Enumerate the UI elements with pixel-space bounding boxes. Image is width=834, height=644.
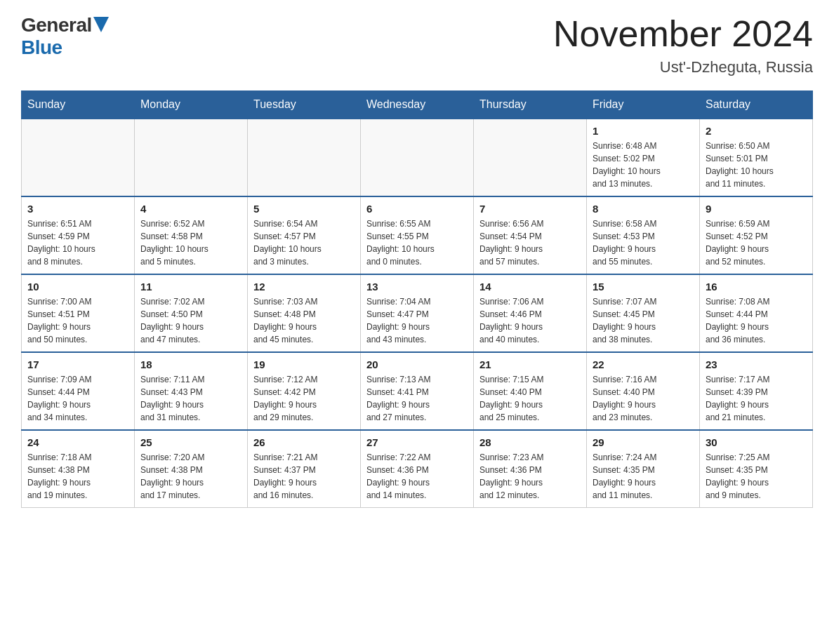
day-number: 27 [366,436,468,448]
day-number: 20 [366,358,468,370]
calendar-cell: 10Sunrise: 7:00 AMSunset: 4:51 PMDayligh… [22,274,135,352]
calendar-cell [248,119,361,196]
day-info: Sunrise: 6:59 AMSunset: 4:52 PMDaylight:… [706,217,807,268]
day-info: Sunrise: 6:54 AMSunset: 4:57 PMDaylight:… [253,217,355,268]
day-number: 25 [140,436,241,448]
day-info: Sunrise: 7:12 AMSunset: 4:42 PMDaylight:… [253,373,355,424]
calendar-cell: 24Sunrise: 7:18 AMSunset: 4:38 PMDayligh… [22,430,135,508]
day-number: 2 [706,125,807,137]
day-info: Sunrise: 7:20 AMSunset: 4:38 PMDaylight:… [140,451,241,502]
calendar-cell [474,119,587,196]
day-number: 16 [706,281,807,293]
day-info: Sunrise: 7:09 AMSunset: 4:44 PMDaylight:… [27,373,128,424]
calendar-cell: 26Sunrise: 7:21 AMSunset: 4:37 PMDayligh… [248,430,361,508]
calendar-cell: 9Sunrise: 6:59 AMSunset: 4:52 PMDaylight… [700,196,813,274]
day-number: 14 [479,281,581,293]
day-number: 19 [253,358,355,370]
day-number: 30 [706,436,807,448]
day-number: 4 [140,203,241,215]
weekday-header-wednesday: Wednesday [361,91,474,119]
calendar-week-row: 3Sunrise: 6:51 AMSunset: 4:59 PMDaylight… [22,196,813,274]
day-info: Sunrise: 7:00 AMSunset: 4:51 PMDaylight:… [27,295,128,346]
day-info: Sunrise: 6:52 AMSunset: 4:58 PMDaylight:… [140,217,241,268]
day-info: Sunrise: 6:55 AMSunset: 4:55 PMDaylight:… [366,217,468,268]
logo-blue-text: Blue [21,36,62,59]
calendar-cell: 15Sunrise: 7:07 AMSunset: 4:45 PMDayligh… [587,274,700,352]
calendar-cell: 13Sunrise: 7:04 AMSunset: 4:47 PMDayligh… [361,274,474,352]
weekday-header-saturday: Saturday [700,91,813,119]
day-number: 29 [593,436,694,448]
calendar-cell: 16Sunrise: 7:08 AMSunset: 4:44 PMDayligh… [700,274,813,352]
calendar-cell: 30Sunrise: 7:25 AMSunset: 4:35 PMDayligh… [700,430,813,508]
page-header: General Blue November 2024 Ust'-Dzheguta… [21,14,813,76]
day-info: Sunrise: 7:17 AMSunset: 4:39 PMDaylight:… [706,373,807,424]
calendar-cell: 22Sunrise: 7:16 AMSunset: 4:40 PMDayligh… [587,352,700,430]
day-info: Sunrise: 6:58 AMSunset: 4:53 PMDaylight:… [593,217,694,268]
day-info: Sunrise: 7:02 AMSunset: 4:50 PMDaylight:… [140,295,241,346]
day-info: Sunrise: 7:11 AMSunset: 4:43 PMDaylight:… [140,373,241,424]
calendar-cell: 19Sunrise: 7:12 AMSunset: 4:42 PMDayligh… [248,352,361,430]
day-number: 1 [593,125,694,137]
day-info: Sunrise: 6:48 AMSunset: 5:02 PMDaylight:… [593,140,694,190]
day-info: Sunrise: 7:25 AMSunset: 4:35 PMDaylight:… [706,451,807,502]
day-info: Sunrise: 7:16 AMSunset: 4:40 PMDaylight:… [593,373,694,424]
day-number: 17 [27,358,128,370]
weekday-header-monday: Monday [135,91,248,119]
day-number: 10 [27,281,128,293]
day-number: 9 [706,203,807,215]
day-info: Sunrise: 7:21 AMSunset: 4:37 PMDaylight:… [253,451,355,502]
calendar-cell: 2Sunrise: 6:50 AMSunset: 5:01 PMDaylight… [700,119,813,196]
day-info: Sunrise: 7:08 AMSunset: 4:44 PMDaylight:… [706,295,807,346]
calendar-cell: 23Sunrise: 7:17 AMSunset: 4:39 PMDayligh… [700,352,813,430]
day-info: Sunrise: 7:13 AMSunset: 4:41 PMDaylight:… [366,373,468,424]
day-info: Sunrise: 7:04 AMSunset: 4:47 PMDaylight:… [366,295,468,346]
weekday-header-friday: Friday [587,91,700,119]
calendar-cell: 27Sunrise: 7:22 AMSunset: 4:36 PMDayligh… [361,430,474,508]
calendar-cell: 28Sunrise: 7:23 AMSunset: 4:36 PMDayligh… [474,430,587,508]
calendar-week-row: 1Sunrise: 6:48 AMSunset: 5:02 PMDaylight… [22,119,813,196]
day-number: 18 [140,358,241,370]
day-info: Sunrise: 6:56 AMSunset: 4:54 PMDaylight:… [479,217,581,268]
calendar-week-row: 17Sunrise: 7:09 AMSunset: 4:44 PMDayligh… [22,352,813,430]
calendar-cell: 21Sunrise: 7:15 AMSunset: 4:40 PMDayligh… [474,352,587,430]
day-info: Sunrise: 7:22 AMSunset: 4:36 PMDaylight:… [366,451,468,502]
day-info: Sunrise: 7:03 AMSunset: 4:48 PMDaylight:… [253,295,355,346]
day-number: 3 [27,203,128,215]
title-block: November 2024 Ust'-Dzheguta, Russia [553,14,813,76]
day-number: 26 [253,436,355,448]
weekday-header-sunday: Sunday [22,91,135,119]
day-number: 8 [593,203,694,215]
day-number: 13 [366,281,468,293]
day-number: 21 [479,358,581,370]
day-number: 11 [140,281,241,293]
day-number: 6 [366,203,468,215]
calendar-week-row: 10Sunrise: 7:00 AMSunset: 4:51 PMDayligh… [22,274,813,352]
calendar-cell: 11Sunrise: 7:02 AMSunset: 4:50 PMDayligh… [135,274,248,352]
calendar-cell: 7Sunrise: 6:56 AMSunset: 4:54 PMDaylight… [474,196,587,274]
day-number: 7 [479,203,581,215]
day-info: Sunrise: 7:07 AMSunset: 4:45 PMDaylight:… [593,295,694,346]
calendar-cell: 20Sunrise: 7:13 AMSunset: 4:41 PMDayligh… [361,352,474,430]
calendar-subtitle: Ust'-Dzheguta, Russia [553,58,813,76]
day-number: 5 [253,203,355,215]
day-number: 23 [706,358,807,370]
calendar-table: SundayMondayTuesdayWednesdayThursdayFrid… [21,90,813,508]
logo-general-text: General [21,14,92,36]
day-number: 22 [593,358,694,370]
calendar-cell [135,119,248,196]
day-info: Sunrise: 7:06 AMSunset: 4:46 PMDaylight:… [479,295,581,346]
calendar-cell: 4Sunrise: 6:52 AMSunset: 4:58 PMDaylight… [135,196,248,274]
calendar-cell: 14Sunrise: 7:06 AMSunset: 4:46 PMDayligh… [474,274,587,352]
calendar-cell: 6Sunrise: 6:55 AMSunset: 4:55 PMDaylight… [361,196,474,274]
calendar-cell [361,119,474,196]
day-number: 24 [27,436,128,448]
day-number: 15 [593,281,694,293]
day-info: Sunrise: 7:15 AMSunset: 4:40 PMDaylight:… [479,373,581,424]
day-info: Sunrise: 7:18 AMSunset: 4:38 PMDaylight:… [27,451,128,502]
day-info: Sunrise: 7:24 AMSunset: 4:35 PMDaylight:… [593,451,694,502]
calendar-cell: 17Sunrise: 7:09 AMSunset: 4:44 PMDayligh… [22,352,135,430]
calendar-cell: 29Sunrise: 7:24 AMSunset: 4:35 PMDayligh… [587,430,700,508]
weekday-header-thursday: Thursday [474,91,587,119]
logo-triangle-icon [93,17,109,32]
calendar-cell: 1Sunrise: 6:48 AMSunset: 5:02 PMDaylight… [587,119,700,196]
